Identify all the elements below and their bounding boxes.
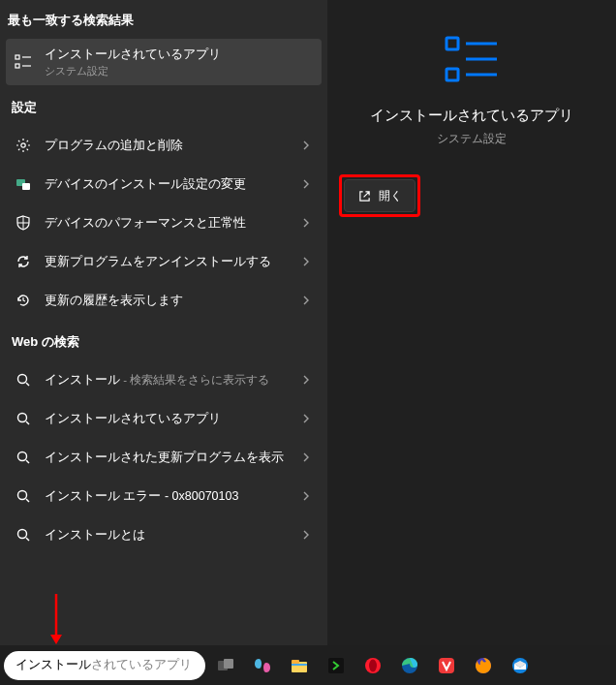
top-result-title: インストールされているアプリ [45,47,314,63]
svg-line-10 [26,383,29,386]
chevron-right-icon [298,372,314,388]
chevron-right-icon [298,254,314,269]
search-placeholder: されているアプリ [91,657,192,673]
chevron-right-icon [298,215,314,231]
settings-header: 設定 [6,85,322,126]
search-icon [14,486,33,506]
app-list-icon [441,29,503,91]
edge-icon[interactable] [393,649,426,682]
top-match-header: 最も一致する検索結果 [6,8,322,39]
svg-rect-21 [447,69,458,80]
chevron-right-icon [298,527,314,543]
svg-point-17 [18,530,27,539]
web-item-2[interactable]: インストールされた更新プログラムを表示 [6,438,322,477]
settings-item-3[interactable]: 更新プログラムをアンインストールする [6,242,322,281]
svg-rect-2 [15,64,19,68]
web-item-0[interactable]: インストール - 検索結果をさらに表示する [6,360,322,399]
settings-item-2[interactable]: デバイスのパフォーマンスと正常性 [6,203,322,242]
taskview-icon[interactable] [209,649,242,682]
detail-title: インストールされているアプリ [370,107,573,125]
svg-rect-30 [328,658,344,673]
detail-panel: インストールされているアプリ システム設定 開く [327,0,616,645]
svg-point-9 [18,375,27,384]
svg-rect-28 [292,660,299,664]
svg-rect-26 [224,659,233,669]
item-label: インストールされているアプリ [45,411,298,427]
device-icon [14,174,33,194]
gear-icon [14,136,33,155]
svg-line-14 [26,460,29,463]
chevron-right-icon [298,176,314,192]
settings-item-4[interactable]: 更新の履歴を表示します [6,281,322,320]
detail-subtitle: システム設定 [437,131,507,147]
shield-icon [14,213,33,233]
svg-line-16 [26,499,29,502]
svg-point-4 [21,143,25,147]
item-label: インストール - 検索結果をさらに表示する [45,372,298,389]
svg-point-13 [18,452,27,461]
item-label: 更新プログラムをアンインストールする [45,254,298,270]
svg-rect-0 [15,55,19,59]
svg-line-18 [26,538,29,541]
svg-rect-6 [22,183,30,190]
open-label: 開く [379,188,402,204]
refresh-icon [14,252,33,271]
web-search-header: Web の検索 [6,320,322,360]
chevron-right-icon [298,450,314,465]
taskbar: インストールされているアプリ [0,645,616,685]
search-value: インストール [15,657,91,673]
app-icon-1[interactable] [320,649,353,682]
svg-rect-29 [292,664,307,666]
list-icon [14,52,33,72]
search-icon [14,448,33,467]
svg-point-11 [18,414,27,422]
chevron-right-icon [298,293,314,308]
svg-point-15 [18,491,27,500]
results-panel: 最も一致する検索結果 インストールされているアプリ システム設定 設定 プログラ… [0,0,327,645]
history-icon [14,291,33,310]
open-button[interactable]: 開く [344,179,416,212]
chevron-right-icon [298,488,314,504]
open-external-icon [358,190,371,202]
item-label: インストール エラー - 0x80070103 [45,488,298,505]
top-result[interactable]: インストールされているアプリ システム設定 [6,39,322,85]
vivaldi-icon[interactable] [430,649,463,682]
item-label: 更新の履歴を表示します [45,293,298,309]
open-button-highlight: 開く [339,174,420,217]
settings-item-1[interactable]: デバイスのインストール設定の変更 [6,165,322,203]
top-result-subtitle: システム設定 [45,64,314,78]
svg-point-32 [369,659,377,671]
item-label: デバイスのインストール設定の変更 [45,176,298,193]
opera-icon[interactable] [356,649,389,682]
explorer-icon[interactable] [283,649,316,682]
item-label: プログラムの追加と削除 [45,138,298,154]
web-item-3[interactable]: インストール エラー - 0x80070103 [6,477,322,515]
item-label: インストールとは [45,527,298,544]
thunderbird-icon[interactable] [504,649,537,682]
chevron-right-icon [298,411,314,426]
web-item-1[interactable]: インストールされているアプリ [6,399,322,438]
search-icon [14,409,33,428]
copilot-icon[interactable] [246,649,279,682]
search-icon [14,370,33,389]
item-label: インストールされた更新プログラムを表示 [45,450,298,466]
search-input[interactable]: インストールされているアプリ [4,651,205,680]
svg-line-12 [26,421,29,424]
search-icon [14,525,33,545]
chevron-right-icon [298,138,314,153]
settings-item-0[interactable]: プログラムの追加と削除 [6,126,322,165]
svg-rect-19 [447,38,458,49]
item-label: デバイスのパフォーマンスと正常性 [45,215,298,232]
web-item-4[interactable]: インストールとは [6,515,322,554]
firefox-icon[interactable] [467,649,500,682]
